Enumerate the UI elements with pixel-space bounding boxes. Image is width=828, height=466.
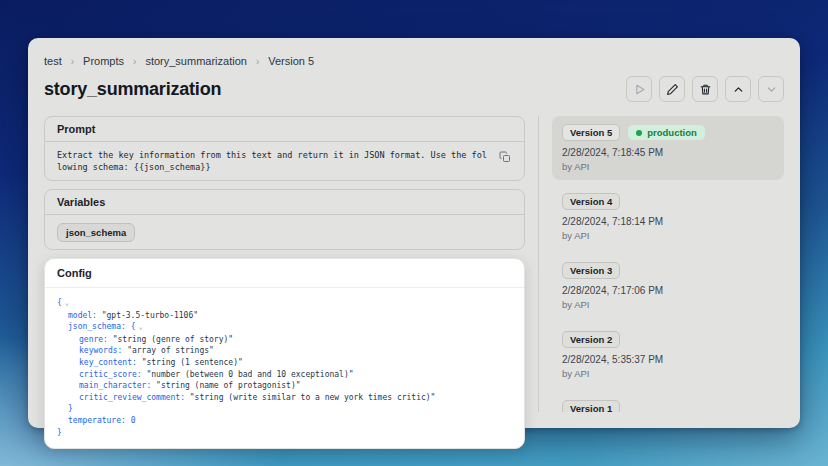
- version-badge: Version 5: [562, 124, 620, 141]
- content: Prompt Extract the key information from …: [44, 116, 784, 412]
- status-dot-icon: [636, 130, 642, 136]
- config-line: }: [57, 403, 512, 415]
- main-column: Prompt Extract the key information from …: [44, 116, 538, 412]
- breadcrumb-item[interactable]: story_summarization: [145, 55, 246, 67]
- version-author: by API: [562, 368, 774, 379]
- collapse-icon[interactable]: ⌄: [138, 323, 142, 331]
- breadcrumb-separator: ›: [256, 56, 259, 67]
- config-line: main_character: "string (name of protago…: [57, 380, 512, 392]
- trash-icon: [699, 83, 712, 96]
- version-status-badge: production: [628, 125, 705, 140]
- version-badge: Version 3: [562, 262, 620, 279]
- config-line: }: [57, 427, 512, 439]
- versions-list: Version 5 production 2/28/2024, 7:18:45 …: [552, 116, 784, 412]
- edit-button[interactable]: [659, 76, 685, 102]
- config-line: model: "gpt-3.5-turbo-1106": [57, 310, 512, 322]
- version-timestamp: 2/28/2024, 7:18:14 PM: [562, 216, 774, 227]
- version-badge: Version 1: [562, 400, 620, 412]
- copy-prompt-button[interactable]: [498, 150, 512, 167]
- breadcrumb: test›Prompts›story_summarization›Version…: [44, 55, 784, 67]
- version-author: by API: [562, 161, 774, 172]
- config-section: Config {⌄model: "gpt-3.5-turbo-1106"json…: [44, 258, 525, 449]
- version-badge: Version 4: [562, 193, 620, 210]
- prompt-section: Prompt Extract the key information from …: [44, 116, 525, 181]
- title-bar: story_summarization: [44, 76, 784, 102]
- version-item[interactable]: Version 4 2/28/2024, 7:18:14 PM by API: [552, 185, 784, 249]
- config-line: key_content: "string (1 sentence)": [57, 357, 512, 369]
- version-badge: Version 2: [562, 331, 620, 348]
- prompt-section-header: Prompt: [45, 117, 524, 142]
- config-section-header: Config: [45, 259, 524, 288]
- toolbar: [626, 76, 784, 102]
- version-timestamp: 2/28/2024, 7:18:45 PM: [562, 147, 774, 158]
- page-title: story_summarization: [44, 79, 221, 100]
- version-timestamp: 2/28/2024, 5:35:37 PM: [562, 354, 774, 365]
- config-line: keywords: "array of strings": [57, 345, 512, 357]
- chevron-down-icon: [765, 83, 778, 96]
- config-line: critic_review_comment: "string (write si…: [57, 392, 512, 404]
- variable-badge: json_schema: [57, 223, 135, 242]
- variables-section-header: Variables: [45, 190, 524, 215]
- config-line: {⌄: [57, 297, 512, 310]
- version-item[interactable]: Version 3 2/28/2024, 7:17:06 PM by API: [552, 254, 784, 318]
- breadcrumb-item[interactable]: Version 5: [268, 55, 314, 67]
- breadcrumb-separator: ›: [71, 56, 74, 67]
- version-item[interactable]: Version 1 2/28/2024, 5:20:12 PM by API: [552, 392, 784, 412]
- config-json: {⌄model: "gpt-3.5-turbo-1106"json_schema…: [45, 288, 524, 448]
- version-item[interactable]: Version 2 2/28/2024, 5:35:37 PM by API: [552, 323, 784, 387]
- config-line: genre: "string (genre of story)": [57, 334, 512, 346]
- version-author: by API: [562, 299, 774, 310]
- variables-list: json_schema: [45, 215, 524, 249]
- pencil-icon: [666, 83, 679, 96]
- version-timestamp: 2/28/2024, 7:17:06 PM: [562, 285, 774, 296]
- chevron-up-icon: [732, 83, 745, 96]
- config-line: json_schema: {⌄: [57, 321, 512, 334]
- version-author: by API: [562, 230, 774, 241]
- collapse-icon[interactable]: ⌄: [65, 299, 69, 307]
- prompt-text: Extract the key information from this te…: [57, 149, 490, 173]
- previous-version-button[interactable]: [725, 76, 751, 102]
- breadcrumb-separator: ›: [133, 56, 136, 67]
- config-line: critic_score: "number (between 0 bad and…: [57, 369, 512, 381]
- version-status-label: production: [647, 127, 697, 138]
- config-line: temperature: 0: [57, 415, 512, 427]
- breadcrumb-item[interactable]: test: [44, 55, 62, 67]
- version-item[interactable]: Version 5 production 2/28/2024, 7:18:45 …: [552, 116, 784, 180]
- versions-panel: Version 5 production 2/28/2024, 7:18:45 …: [538, 116, 784, 412]
- play-icon: [633, 83, 646, 96]
- delete-button[interactable]: [692, 76, 718, 102]
- breadcrumb-item[interactable]: Prompts: [83, 55, 124, 67]
- next-version-button[interactable]: [758, 76, 784, 102]
- variables-section: Variables json_schema: [44, 189, 525, 250]
- run-button[interactable]: [626, 76, 652, 102]
- app-window: test›Prompts›story_summarization›Version…: [28, 38, 800, 428]
- copy-icon: [499, 151, 511, 166]
